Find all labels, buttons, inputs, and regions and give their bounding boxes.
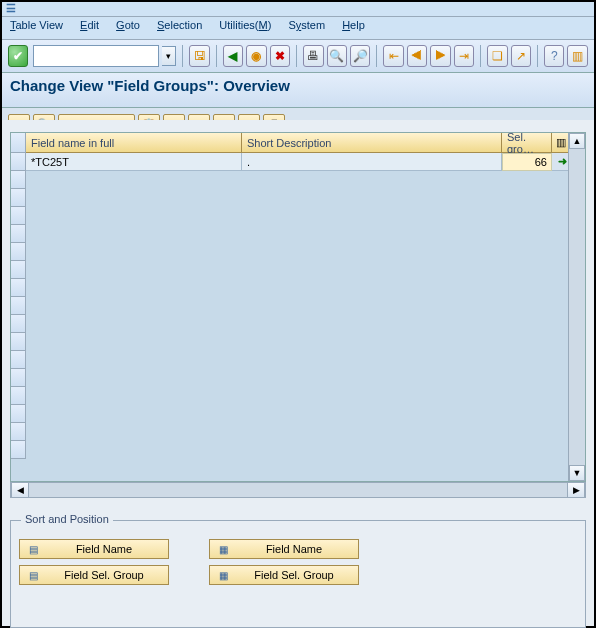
row-marker[interactable] [11,315,26,333]
menu-bar: Table View Edit Goto Selection Utilities… [2,17,594,40]
print-button[interactable]: 🖶 [303,45,323,67]
find-next-button[interactable]: 🔎 [350,45,370,67]
row-marker[interactable] [11,243,26,261]
content-area: Field name in full Short Description Sel… [2,120,594,626]
column-header-field-name[interactable]: Field name in full [26,133,242,153]
empty-cell [26,297,585,315]
toolbar-separator [480,45,481,67]
exit-button[interactable]: ◉ [246,45,266,67]
empty-cell [26,279,585,297]
row-marker[interactable] [11,423,26,441]
empty-cell [26,423,585,441]
position-field-name-button[interactable]: ▦ Field Name [209,539,359,559]
row-marker-header[interactable] [11,133,26,153]
prev-page-button[interactable]: ⯇ [407,45,427,67]
empty-cell [26,207,585,225]
menu-table-view[interactable]: Table View [10,19,63,31]
empty-cell [26,243,585,261]
scroll-down-icon[interactable]: ▼ [569,465,585,481]
cell-sel-group[interactable]: 66 [502,153,552,171]
row-marker[interactable] [11,225,26,243]
button-label: Field Name [236,543,352,555]
row-marker[interactable] [11,153,26,171]
column-header-short-description[interactable]: Short Description [242,133,502,153]
button-label: Field Sel. Group [46,569,162,581]
save-button[interactable]: 🖫 [189,45,209,67]
row-marker[interactable] [11,189,26,207]
command-field[interactable] [33,45,159,67]
last-page-button[interactable]: ⇥ [454,45,474,67]
window-title-strip: ☰ [2,2,594,17]
shortcut-button[interactable]: ↗ [511,45,531,67]
empty-cell [26,441,585,459]
position-field-sel-group-button[interactable]: ▦ Field Sel. Group [209,565,359,585]
empty-cell [26,315,585,333]
scroll-up-icon[interactable]: ▲ [569,133,585,149]
empty-cell [26,387,585,405]
sort-field-sel-group-button[interactable]: ▤ Field Sel. Group [19,565,169,585]
toolbar-separator [182,45,183,67]
vertical-scrollbar[interactable]: ▲ ▼ [568,133,585,481]
empty-cell [26,351,585,369]
sort-asc-icon: ▤ [26,568,40,582]
position-icon: ▦ [216,568,230,582]
menu-utilities[interactable]: Utilities(M) [219,19,271,31]
sort-asc-icon: ▤ [26,542,40,556]
row-marker[interactable] [11,351,26,369]
cell-short-description[interactable]: . [242,153,502,171]
empty-cell [26,225,585,243]
row-marker[interactable] [11,441,26,459]
row-marker[interactable] [11,297,26,315]
position-icon: ▦ [216,542,230,556]
button-label: Field Sel. Group [236,569,352,581]
row-marker[interactable] [11,171,26,189]
scroll-left-icon[interactable]: ◀ [11,482,29,498]
menu-goto[interactable]: Goto [116,19,140,31]
scrollbar-track[interactable] [569,149,585,465]
field-groups-table: Field name in full Short Description Sel… [10,132,586,482]
cancel-button[interactable]: ✖ [270,45,290,67]
back-button[interactable]: ◀ [223,45,243,67]
sort-position-panel: Sort and Position ▤ Field Name ▤ Field S… [10,520,586,628]
row-marker[interactable] [11,333,26,351]
toolbar-separator [296,45,297,67]
sort-field-name-button[interactable]: ▤ Field Name [19,539,169,559]
row-marker[interactable] [11,261,26,279]
row-marker[interactable] [11,387,26,405]
next-page-button[interactable]: ⯈ [430,45,450,67]
menu-system[interactable]: System [288,19,325,31]
button-label: Field Name [46,543,162,555]
sort-position-legend: Sort and Position [21,513,113,525]
cell-field-name[interactable]: *TC25T [26,153,242,171]
find-button[interactable]: 🔍 [327,45,347,67]
first-page-button[interactable]: ⇤ [383,45,403,67]
menu-help[interactable]: Help [342,19,365,31]
empty-cell [26,171,585,189]
toolbar-separator [376,45,377,67]
row-marker[interactable] [11,279,26,297]
horizontal-scrollbar[interactable]: ◀ ▶ [10,482,586,498]
table-row[interactable]: *TC25T . 66 ➜ [11,153,585,171]
scroll-right-icon[interactable]: ▶ [567,482,585,498]
menu-selection[interactable]: Selection [157,19,202,31]
table-header-row: Field name in full Short Description Sel… [11,133,585,153]
empty-cell [26,405,585,423]
row-marker[interactable] [11,405,26,423]
row-marker[interactable] [11,369,26,387]
toolbar-separator [216,45,217,67]
main-toolbar: ✔ ▾ 🖫 ◀ ◉ ✖ 🖶 🔍 🔎 ⇤ ⯇ ⯈ ⇥ ❏ ↗ ? ▥ [2,40,594,73]
menu-edit[interactable]: Edit [80,19,99,31]
row-marker[interactable] [11,207,26,225]
new-session-button[interactable]: ❏ [487,45,507,67]
page-title: Change View "Field Groups": Overview [2,73,594,108]
session-menu-icon[interactable]: ☰ [6,2,18,14]
empty-cell [26,189,585,207]
empty-cell [26,333,585,351]
help-button[interactable]: ? [544,45,564,67]
sap-window: ☰ Table View Edit Goto Selection Utiliti… [0,0,596,628]
column-header-sel-group[interactable]: Sel. gro… [502,133,552,153]
layout-button[interactable]: ▥ [567,45,587,67]
command-field-dropdown[interactable]: ▾ [162,46,176,66]
enter-button[interactable]: ✔ [8,45,28,67]
empty-cell [26,369,585,387]
